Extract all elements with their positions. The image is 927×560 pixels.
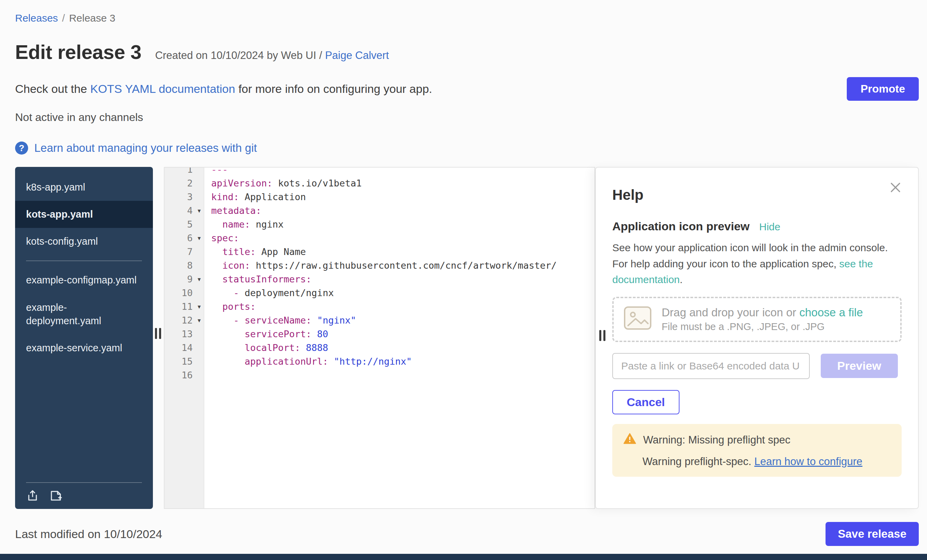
workspace: k8s-app.yamlkots-app.yamlkots-config.yam… bbox=[15, 167, 919, 509]
code-text: metadata: bbox=[204, 204, 261, 218]
sidebar-file-example-service.yaml[interactable]: example-service.yaml bbox=[15, 334, 153, 361]
docs-hint-suffix: for more info on configuring your app. bbox=[235, 82, 432, 95]
help-resize-handle[interactable] bbox=[599, 330, 605, 341]
close-help-icon[interactable] bbox=[889, 181, 902, 194]
save-release-button[interactable]: Save release bbox=[825, 522, 919, 546]
choose-file-link[interactable]: choose a file bbox=[799, 306, 863, 319]
icon-preview-header: Application icon preview Hide bbox=[612, 220, 902, 233]
breadcrumb-releases-link[interactable]: Releases bbox=[15, 12, 58, 24]
code-text: servicePort: 80 bbox=[204, 327, 328, 341]
help-panel: Help Application icon preview Hide See h… bbox=[595, 167, 919, 509]
sidebar-resize-handle[interactable] bbox=[155, 328, 161, 339]
promote-button[interactable]: Promote bbox=[847, 77, 919, 101]
line-number: 13 bbox=[181, 327, 194, 341]
warning-subtext-prefix: Warning preflight-spec. bbox=[643, 455, 754, 467]
sidebar-file-k8s-app.yaml[interactable]: k8s-app.yaml bbox=[15, 174, 153, 201]
code-text: kind: Application bbox=[204, 190, 306, 204]
code-line-8[interactable]: 8 icon: https://raw.githubusercontent.co… bbox=[164, 259, 594, 272]
line-number: 16 bbox=[181, 369, 194, 382]
question-mark-icon: ? bbox=[15, 141, 28, 155]
code-text: localPort: 8888 bbox=[204, 341, 328, 355]
sidebar-file-example-deployment.yaml[interactable]: example-deployment.yaml bbox=[15, 294, 153, 334]
preview-button[interactable]: Preview bbox=[821, 354, 898, 378]
configure-preflight-link[interactable]: Learn how to configure bbox=[754, 455, 862, 467]
breadcrumb-current: Release 3 bbox=[69, 12, 115, 24]
line-number: 8 bbox=[187, 259, 194, 272]
icon-preview-description: See how your application icon will look … bbox=[612, 240, 902, 288]
yaml-code-editor[interactable]: 1---2apiVersion: kots.io/v1beta13kind: A… bbox=[164, 167, 595, 509]
code-line-1[interactable]: 1--- bbox=[164, 167, 594, 176]
sidebar-file-example-configmap.yaml[interactable]: example-configmap.yaml bbox=[15, 267, 153, 294]
code-text: - deployment/nginx bbox=[204, 286, 334, 300]
created-by-link[interactable]: Paige Calvert bbox=[325, 49, 389, 61]
code-line-5[interactable]: 5 name: nginx bbox=[164, 218, 594, 231]
code-text: ports: bbox=[204, 300, 256, 314]
line-number: 2 bbox=[187, 176, 194, 190]
footer-row: Last modified on 10/10/2024 Save release bbox=[15, 522, 919, 546]
kots-docs-link[interactable]: KOTS YAML documentation bbox=[90, 82, 235, 95]
created-text: Created on 10/10/2024 by Web UI / bbox=[155, 49, 322, 61]
code-line-10[interactable]: 10 - deployment/nginx bbox=[164, 286, 594, 300]
dropzone-prefix: Drag and drop your icon or bbox=[662, 306, 799, 319]
warning-text: Warning: Missing preflight spec bbox=[643, 434, 790, 446]
code-line-2[interactable]: 2apiVersion: kots.io/v1beta1 bbox=[164, 176, 594, 190]
code-line-3[interactable]: 3kind: Application bbox=[164, 190, 594, 204]
line-number: 4 bbox=[187, 204, 194, 218]
code-text: title: App Name bbox=[204, 245, 306, 259]
fold-arrow-icon[interactable]: ▾ bbox=[194, 204, 204, 218]
title-row: Edit release 3 Created on 10/10/2024 by … bbox=[15, 41, 919, 64]
image-placeholder-icon bbox=[623, 306, 652, 333]
line-number: 1 bbox=[187, 167, 194, 176]
code-line-12[interactable]: 12▾ - serviceName: "nginx" bbox=[164, 314, 594, 327]
code-line-11[interactable]: 11▾ ports: bbox=[164, 300, 594, 314]
upload-file-icon[interactable] bbox=[26, 489, 39, 502]
line-number: 14 bbox=[181, 341, 194, 355]
warning-icon bbox=[623, 433, 636, 447]
line-number: 3 bbox=[187, 190, 194, 204]
line-number: 10 bbox=[181, 286, 194, 300]
sidebar-file-kots-app.yaml[interactable]: kots-app.yaml bbox=[15, 201, 153, 228]
hide-link[interactable]: Hide bbox=[759, 221, 781, 233]
file-sidebar: k8s-app.yamlkots-app.yamlkots-config.yam… bbox=[15, 167, 153, 509]
code-text: spec: bbox=[204, 231, 239, 245]
line-number: 6 bbox=[187, 231, 194, 245]
help-panel-title: Help bbox=[612, 187, 902, 203]
sidebar-file-kots-config.yaml[interactable]: kots-config.yaml bbox=[15, 228, 153, 255]
breadcrumb-separator: / bbox=[62, 12, 65, 24]
icon-url-row: Preview bbox=[612, 353, 902, 379]
sidebar-footer bbox=[26, 482, 142, 502]
code-line-9[interactable]: 9▾ statusInformers: bbox=[164, 272, 594, 286]
fold-arrow-icon[interactable]: ▾ bbox=[194, 231, 204, 245]
created-meta: Created on 10/10/2024 by Web UI / Paige … bbox=[155, 49, 389, 62]
channel-status: Not active in any channels bbox=[15, 111, 919, 124]
dropzone-hint: File must be a .PNG, .JPEG, or .JPG bbox=[662, 321, 863, 332]
code-line-15[interactable]: 15 applicationUrl: "http://nginx" bbox=[164, 355, 594, 369]
line-number: 5 bbox=[187, 218, 194, 231]
sidebar-editor-gap bbox=[153, 167, 164, 509]
code-line-14[interactable]: 14 localPort: 8888 bbox=[164, 341, 594, 355]
line-number: 12 bbox=[181, 314, 194, 327]
fold-arrow-icon[interactable]: ▾ bbox=[194, 314, 204, 327]
code-line-16[interactable]: 16 bbox=[164, 369, 594, 382]
fold-arrow-icon[interactable]: ▾ bbox=[194, 300, 204, 314]
icon-preview-title: Application icon preview bbox=[612, 220, 750, 233]
docs-hint-prefix: Check out the bbox=[15, 82, 90, 95]
docs-hint: Check out the KOTS YAML documentation fo… bbox=[15, 82, 432, 96]
new-file-icon[interactable] bbox=[49, 489, 62, 502]
description-suffix: . bbox=[680, 274, 682, 285]
code-line-6[interactable]: 6▾spec: bbox=[164, 231, 594, 245]
bottom-bar bbox=[0, 554, 927, 560]
code-line-13[interactable]: 13 servicePort: 80 bbox=[164, 327, 594, 341]
git-help-link[interactable]: Learn about managing your releases with … bbox=[34, 141, 257, 155]
line-number: 11 bbox=[181, 300, 194, 314]
code-line-4[interactable]: 4▾metadata: bbox=[164, 204, 594, 218]
cancel-button[interactable]: Cancel bbox=[612, 390, 679, 414]
icon-url-input[interactable] bbox=[612, 353, 810, 379]
fold-arrow-icon[interactable]: ▾ bbox=[194, 272, 204, 286]
docs-row: Check out the KOTS YAML documentation fo… bbox=[15, 77, 919, 101]
sidebar-divider bbox=[26, 261, 142, 261]
code-text: --- bbox=[204, 167, 228, 176]
icon-dropzone[interactable]: Drag and drop your icon or choose a file… bbox=[612, 297, 902, 342]
code-text: statusInformers: bbox=[204, 272, 312, 286]
code-line-7[interactable]: 7 title: App Name bbox=[164, 245, 594, 259]
